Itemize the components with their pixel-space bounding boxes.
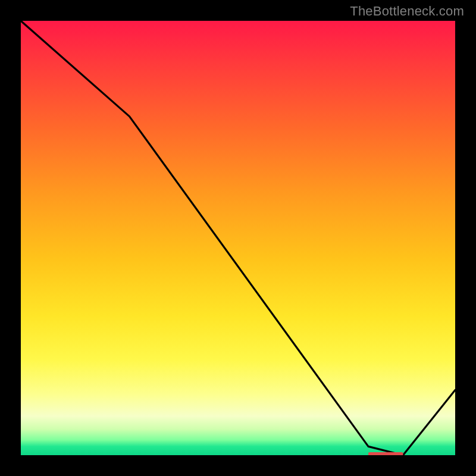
bottleneck-line-svg	[21, 21, 455, 455]
optimum-marker	[368, 452, 403, 455]
chart-frame: TheBottleneck.com	[0, 0, 476, 476]
plot-area	[21, 21, 455, 455]
watermark-text: TheBottleneck.com	[350, 4, 464, 19]
bottleneck-curve	[21, 21, 455, 455]
